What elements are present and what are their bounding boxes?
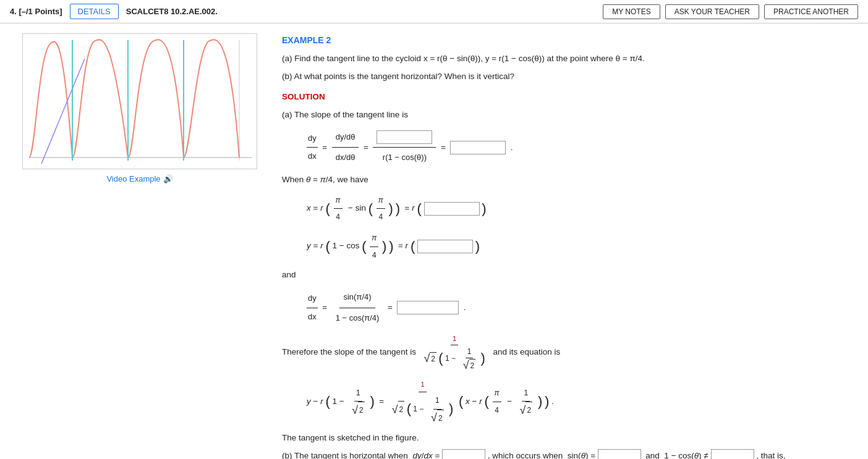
and-text: and xyxy=(282,268,858,282)
horizontal-dydx-input[interactable] xyxy=(442,449,485,459)
speaker-icon: 🔊 xyxy=(163,174,173,183)
1minuscos-input[interactable] xyxy=(711,449,754,459)
question-id: SCALCET8 10.2.AE.002. xyxy=(126,7,596,16)
part-b-question: (b) At what points is the tangent horizo… xyxy=(282,70,858,84)
main-content: Video Example 🔊 EXAMPLE 2 (a) Find the t… xyxy=(0,23,868,459)
video-example-label: Video Example xyxy=(106,174,160,183)
period-1: . xyxy=(508,142,513,151)
question-label: 4. [–/1 Points] xyxy=(10,7,62,16)
right-panel: EXAMPLE 2 (a) Find the tangent line to t… xyxy=(282,33,858,459)
part-a-question: (a) Find the tangent line to the cycloid… xyxy=(282,52,858,66)
example-title: EXAMPLE 2 xyxy=(282,33,858,48)
when-text: When θ = π/4, we have xyxy=(282,173,858,187)
ask-teacher-button[interactable]: ASK YOUR TEACHER xyxy=(665,4,759,19)
slope-result-intro: Therefore the slope of the tangent is xyxy=(282,347,419,356)
slope-intro: (a) The slope of the tangent line is xyxy=(282,108,858,122)
sin-theta-input[interactable] xyxy=(598,449,641,459)
top-bar: 4. [–/1 Points] DETAILS SCALCET8 10.2.AE… xyxy=(0,0,868,23)
equals-sign-3: = xyxy=(438,142,448,151)
top-right-buttons: MY NOTES ASK YOUR TEACHER PRACTICE ANOTH… xyxy=(603,4,858,19)
slope-formula: dy dx = dy/dθ dx/dθ = r(1 − cos(θ)) = . xyxy=(307,127,858,168)
x-value-input[interactable] xyxy=(424,202,480,216)
graph-container xyxy=(22,33,257,169)
practice-another-button[interactable]: PRACTICE ANOTHER xyxy=(764,4,858,19)
slope-result-input[interactable] xyxy=(450,141,506,154)
tangent-equation: y − r ( 1 − 1 √2 ) = 1 √2 ( 1 − 1 √2 xyxy=(307,377,858,426)
equals-sign-1: = xyxy=(320,142,330,151)
dydx-numerical: dy dx = sin(π/4) 1 − cos(π/4) = . xyxy=(307,287,858,328)
slope-denom: r(1 − cos(θ)) xyxy=(379,148,430,168)
dydx-value-input[interactable] xyxy=(397,301,459,314)
pi-over-4-frac3: π 4 xyxy=(370,230,378,263)
slope-numerator-input[interactable] xyxy=(377,130,432,144)
tangent-sketched-text: The tangent is sketched in the figure. xyxy=(282,431,858,445)
dydx-frac: dy dx xyxy=(307,142,320,151)
input-over-denom: r(1 − cos(θ)) xyxy=(373,127,436,168)
equals-sign-2: = xyxy=(361,142,370,151)
slope-result-section: Therefore the slope of the tangent is 1 … xyxy=(282,333,858,372)
left-panel: Video Example 🔊 xyxy=(10,33,270,459)
sin-pi4-over-1minuscos: sin(π/4) 1 − cos(π/4) xyxy=(332,287,383,328)
my-notes-button[interactable]: MY NOTES xyxy=(603,4,660,19)
slope-formula-display: 1 √ 2 ( 1 − 1 √2 ) xyxy=(420,347,490,356)
pi-over-4-frac2: π 4 xyxy=(377,192,385,225)
x-line: x = r ( π 4 − sin ( π 4 ) ) = r ( ) xyxy=(307,192,858,225)
dydtheta-over-dxdtheta: dy/dθ dx/dθ xyxy=(332,127,359,168)
y-value-input[interactable] xyxy=(417,240,473,253)
video-example-link[interactable]: Video Example 🔊 xyxy=(106,174,172,183)
details-button[interactable]: DETAILS xyxy=(70,4,119,19)
and-equation-text: and its equation is xyxy=(491,347,561,356)
svg-rect-0 xyxy=(23,34,257,169)
solution-title: SOLUTION xyxy=(282,90,858,104)
part-b-text: (b) The tangent is horizontal when dy/dx… xyxy=(282,449,858,459)
pi-over-4-frac: π 4 xyxy=(334,192,343,225)
y-line: y = r ( 1 − cos ( π 4 ) ) = r ( ) xyxy=(307,230,858,263)
x-formula: x = r ( π 4 − sin ( π 4 ) ) = r ( ) xyxy=(307,192,858,264)
